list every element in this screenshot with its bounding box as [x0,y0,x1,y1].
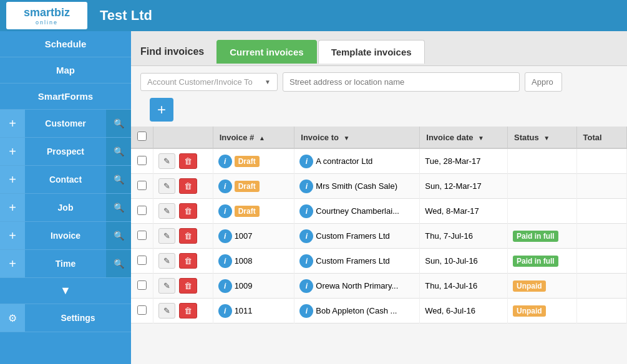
account-filter-select[interactable]: Account Customer/Invoice To ▼ [140,73,278,91]
col-header-status[interactable]: Status ▼ [508,127,577,148]
edit-button-6[interactable]: ✎ [158,278,175,294]
col-header-invoice-to[interactable]: Invoice to ▼ [294,127,420,148]
invoice-to-3: Courtney Chamberlai... [316,206,399,216]
edit-button-2[interactable]: ✎ [158,178,175,194]
info-icon-to-3[interactable]: i [299,204,313,218]
row-checkbox-1[interactable] [137,156,147,165]
invoice-num-7: 1011 [235,306,253,315]
layout: Schedule Map SmartForms + Customer 🔍 + P… [0,31,627,364]
col-header-invoice-num[interactable]: Invoice # ▲ [213,127,294,148]
badge-draft-1: Draft [235,156,260,167]
edit-button-7[interactable]: ✎ [158,303,175,318]
address-filter-input[interactable] [283,72,520,92]
info-icon-to-1[interactable]: i [299,155,313,168]
sort-asc-icon: ▲ [259,135,265,141]
delete-button-2[interactable]: 🗑 [179,178,197,194]
info-icon-3[interactable]: i [218,204,232,218]
chevron-down-icon: ▼ [265,79,271,85]
col-header-invoice-date[interactable]: Invoice date ▼ [420,127,508,148]
row-checkbox-5[interactable] [137,256,147,265]
row-checkbox-4[interactable] [137,231,147,240]
add-job-button[interactable]: + [0,194,25,221]
edit-button-5[interactable]: ✎ [158,253,175,269]
sidebar-expand-button[interactable]: ▼ [0,278,131,304]
status-badge-7: Unpaid [513,305,546,317]
account-filter-placeholder: Account Customer/Invoice To [147,77,253,87]
row-checkbox-2[interactable] [137,181,147,190]
tab-bar: Find invoices Current invoices Template … [131,31,627,66]
total-6 [576,274,626,299]
total-1 [576,148,626,174]
row-checkbox-7[interactable] [137,305,147,315]
sidebar-item-schedule[interactable]: Schedule [0,31,131,57]
add-time-button[interactable]: + [0,250,25,277]
invoice-num-5: 1008 [235,256,253,266]
select-all-checkbox[interactable] [137,132,147,141]
add-customer-button[interactable]: + [0,110,25,137]
approx-filter-input[interactable] [525,72,562,92]
info-icon-2[interactable]: i [218,180,232,193]
add-contact-button[interactable]: + [0,166,25,193]
info-icon-to-5[interactable]: i [299,254,313,268]
invoices-table: Invoice # ▲ Invoice to ▼ Invoice date ▼ … [131,127,627,323]
delete-button-7[interactable]: 🗑 [179,303,197,318]
invoice-date-2: Sun, 12-Mar-17 [420,174,508,199]
sidebar-item-label-job: Job [25,195,106,220]
info-icon-1[interactable]: i [218,155,232,168]
info-icon-7[interactable]: i [218,304,232,318]
invoice-to-2: Mrs Smith (Cash Sale) [316,181,397,191]
sidebar-item-time-row: + Time 🔍 [0,250,131,278]
settings-icon: ⚙ [0,304,25,332]
add-invoice-button[interactable]: + [0,222,25,249]
info-icon-to-6[interactable]: i [299,279,313,293]
invoice-date-7: Wed, 6-Jul-16 [420,299,508,323]
search-prospect-button[interactable]: 🔍 [106,138,131,165]
total-2 [576,174,626,199]
logo: smartbiz online [6,2,87,29]
row-checkbox-6[interactable] [137,280,147,290]
delete-button-6[interactable]: 🗑 [179,278,197,294]
delete-button-5[interactable]: 🗑 [179,253,197,269]
total-4 [576,224,626,249]
delete-button-3[interactable]: 🗑 [179,203,197,219]
search-customer-button[interactable]: 🔍 [106,110,131,137]
delete-button-4[interactable]: 🗑 [179,228,197,244]
main-content: Find invoices Current invoices Template … [131,31,627,364]
tab-current-invoices[interactable]: Current invoices [216,40,316,64]
edit-button-4[interactable]: ✎ [158,228,175,244]
info-icon-to-2[interactable]: i [299,180,313,193]
logo-sub: online [24,19,70,26]
info-icon-to-7[interactable]: i [299,304,313,318]
find-invoices-label: Find invoices [140,46,204,57]
invoice-date-1: Tue, 28-Mar-17 [420,148,508,174]
sort-icon-status: ▼ [543,135,550,141]
info-icon-5[interactable]: i [218,254,232,268]
search-job-button[interactable]: 🔍 [106,194,131,221]
invoice-to-4: Custom Framers Ltd [316,231,389,241]
info-icon-4[interactable]: i [218,229,232,243]
total-7 [576,299,626,323]
sidebar-item-label-customer: Customer [25,111,106,136]
status-badge-5: Paid in full [513,256,558,267]
sort-icon-date: ▼ [478,135,484,141]
search-contact-button[interactable]: 🔍 [106,166,131,193]
info-icon-6[interactable]: i [218,279,232,293]
invoice-date-3: Wed, 8-Mar-17 [420,199,508,224]
delete-button-1[interactable]: 🗑 [179,153,197,169]
header: smartbiz online Test Ltd [0,0,627,31]
edit-button-1[interactable]: ✎ [158,153,175,169]
info-icon-to-4[interactable]: i [299,229,313,243]
add-invoice-fab-button[interactable]: + [150,98,173,122]
sidebar-item-settings-row[interactable]: ⚙ Settings [0,304,131,332]
invoice-to-5: Custom Framers Ltd [316,256,389,266]
edit-button-3[interactable]: ✎ [158,203,175,219]
tab-template-invoices[interactable]: Template invoices [318,40,425,64]
row-checkbox-3[interactable] [137,206,147,215]
search-invoice-button[interactable]: 🔍 [106,222,131,249]
search-time-button[interactable]: 🔍 [106,250,131,277]
sidebar-item-label-time: Time [25,251,106,276]
col-header-check [131,127,153,148]
sidebar-item-map[interactable]: Map [0,57,131,84]
sidebar-item-smartforms[interactable]: SmartForms [0,84,131,110]
add-prospect-button[interactable]: + [0,138,25,165]
